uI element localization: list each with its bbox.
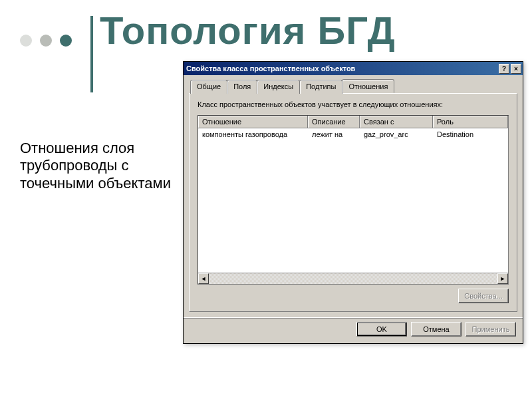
tab-fields[interactable]: Поля xyxy=(227,80,257,94)
slide-body-text: Отношения слоя трубопроводы с точечными … xyxy=(20,140,180,192)
dialog-button-bar: OK Отмена Применить xyxy=(184,317,523,343)
cell-relation: компоненты газопровода xyxy=(198,128,308,140)
ok-button[interactable]: OK xyxy=(356,322,407,336)
col-role[interactable]: Роль xyxy=(433,116,508,128)
scroll-track[interactable] xyxy=(209,273,497,284)
dialog-title: Свойства класса пространственных объекто… xyxy=(186,65,355,72)
slide-accent-bar xyxy=(90,16,93,92)
col-linkedwith[interactable]: Связан с xyxy=(360,116,433,128)
dot-icon xyxy=(40,35,52,47)
cell-description: лежит на xyxy=(308,128,360,140)
cell-role: Destination xyxy=(433,128,508,140)
table-row[interactable]: компоненты газопровода лежит на gaz_prov… xyxy=(198,128,508,140)
dot-icon xyxy=(60,35,72,47)
scroll-left-icon[interactable]: ◄ xyxy=(198,273,209,284)
panel-description: Класс пространственных объектов участвуе… xyxy=(198,100,509,108)
close-button[interactable]: × xyxy=(511,64,521,74)
grid-header-row: Отношение Описание Связан с Роль xyxy=(198,116,508,128)
col-relation[interactable]: Отношение xyxy=(198,116,308,128)
tab-strip: Общие Поля Индексы Подтипы Отношения xyxy=(184,75,523,93)
dot-icon xyxy=(20,35,32,47)
tab-general[interactable]: Общие xyxy=(190,80,227,94)
cell-linkedwith: gaz_prov_arc xyxy=(360,128,433,140)
properties-dialog: Свойства класса пространственных объекто… xyxy=(183,61,523,344)
tab-indexes[interactable]: Индексы xyxy=(257,80,300,94)
properties-button: Свойства... xyxy=(458,289,509,303)
tab-relations[interactable]: Отношения xyxy=(342,79,394,93)
cancel-button[interactable]: Отмена xyxy=(411,322,462,336)
help-button[interactable]: ? xyxy=(499,64,509,74)
apply-button: Применить xyxy=(466,322,516,336)
tab-subtypes[interactable]: Подтипы xyxy=(299,80,342,94)
grid-horizontal-scrollbar[interactable]: ◄ ► xyxy=(198,273,508,284)
col-description[interactable]: Описание xyxy=(308,116,360,128)
dialog-titlebar[interactable]: Свойства класса пространственных объекто… xyxy=(184,62,523,75)
tab-panel-relations: Класс пространственных объектов участвуе… xyxy=(189,93,517,312)
scroll-right-icon[interactable]: ► xyxy=(497,273,508,284)
slide-title: Топология БГД xyxy=(100,8,396,53)
relations-grid[interactable]: Отношение Описание Связан с Роль компоне… xyxy=(198,115,509,285)
